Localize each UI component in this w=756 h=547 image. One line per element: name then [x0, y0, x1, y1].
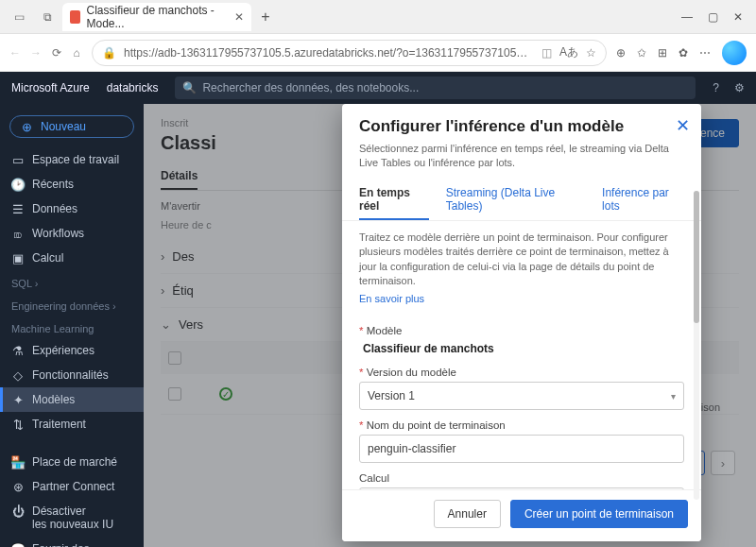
close-tab-icon[interactable]: ✕: [234, 10, 244, 24]
collections-icon[interactable]: ⧉: [34, 4, 60, 30]
favicon-icon: [70, 10, 80, 24]
window-close-icon[interactable]: ✕: [733, 10, 743, 24]
compute-icon: ▣: [11, 251, 25, 265]
modal-help-text: Traitez ce modèle derrière un point de t…: [359, 231, 684, 289]
translate-icon[interactable]: Aあ: [559, 44, 578, 60]
sidebar-item-recents[interactable]: 🕑Récents: [0, 172, 144, 197]
refresh-icon[interactable]: ⟳: [51, 43, 61, 62]
endpoint-field-label: Nom du point de terminaison: [359, 419, 684, 431]
home-icon[interactable]: ⌂: [71, 43, 81, 62]
browser-tab[interactable]: Classifieur de manchots - Mode... ✕: [62, 3, 251, 31]
sidebar: ⊕ Nouveau ▭Espace de travail 🕑Récents ☰D…: [0, 104, 144, 547]
section-label: SQL: [11, 278, 32, 289]
databricks-logo: databricks: [107, 81, 159, 94]
forward-icon: →: [30, 43, 42, 62]
scroll-thumb[interactable]: [694, 191, 699, 323]
sidebar-label: Partner Connect: [32, 480, 114, 493]
tab-title: Classifieur de manchots - Mode...: [86, 4, 225, 30]
address-bar[interactable]: 🔒 https://adb-1363117955737105.5.azureda…: [92, 40, 607, 66]
collections2-icon[interactable]: ⊞: [658, 46, 667, 60]
lock-icon: 🔒: [102, 46, 116, 60]
new-button[interactable]: ⊕ Nouveau: [9, 115, 134, 138]
sync-icon[interactable]: ⊕: [616, 46, 626, 60]
endpoint-name-input[interactable]: [359, 435, 684, 463]
features-icon: ◇: [11, 368, 25, 382]
modal-title: Configurer l'inférence d'un modèle: [359, 117, 684, 136]
content-area: Inscrit Classi Utiliser le modèle pour l…: [144, 104, 756, 547]
hub-favorites-icon[interactable]: ✩: [637, 46, 646, 60]
sidebar-item-models[interactable]: ✦Modèles: [0, 387, 144, 412]
compute-field-label: Calcul: [359, 472, 684, 484]
sidebar-label: Récents: [32, 178, 74, 191]
azure-logo: Microsoft Azure: [11, 81, 90, 94]
sidebar-item-data[interactable]: ☰Données: [0, 197, 144, 221]
new-label: Nouveau: [41, 120, 86, 133]
data-icon: ☰: [11, 202, 25, 215]
sidebar-item-compute[interactable]: ▣Calcul: [0, 246, 144, 270]
sidebar-label: Place de marché: [32, 455, 117, 469]
new-tab-button[interactable]: +: [253, 5, 278, 29]
bing-chat-icon[interactable]: [722, 41, 747, 65]
comment-icon: 💬: [11, 542, 25, 547]
modal-close-button[interactable]: ✕: [676, 115, 690, 136]
chevron-down-icon: ▾: [671, 391, 676, 402]
toggle-icon: ⏻: [11, 504, 25, 518]
sidebar-item-features[interactable]: ◇Fonctionnalités: [0, 363, 144, 387]
clock-icon: 🕑: [11, 178, 25, 191]
sidebar-item-feedback[interactable]: 💬Fournir des commentaires: [0, 537, 144, 547]
partner-icon: ⊛: [11, 480, 25, 493]
sidebar-item-serving[interactable]: ⇅Traitement: [0, 412, 144, 436]
modal-tab-batch[interactable]: Inférence par lots: [602, 180, 684, 220]
flask-icon: ⚗: [11, 344, 25, 357]
back-icon[interactable]: ←: [9, 43, 21, 62]
reader-icon[interactable]: ◫: [541, 46, 552, 60]
menu-icon[interactable]: ⋯: [699, 46, 711, 60]
sidebar-item-deactivate[interactable]: ⏻Désactiver les nouveaux IU: [0, 499, 144, 537]
help-icon[interactable]: ?: [713, 81, 719, 94]
window-maximize-icon[interactable]: ▢: [708, 10, 718, 24]
search-icon: 🔍: [182, 81, 197, 94]
sidebar-label: Traitement: [32, 418, 86, 431]
create-endpoint-button[interactable]: Créer un point de terminaison: [510, 500, 688, 528]
extensions-icon[interactable]: ✿: [679, 46, 688, 60]
sidebar-item-experiments[interactable]: ⚗Expériences: [0, 338, 144, 363]
version-select[interactable]: Version 1 ▾: [359, 382, 684, 410]
cancel-button[interactable]: Annuler: [434, 500, 501, 528]
sidebar-label: Données: [32, 202, 77, 215]
url-text: https://adb-1363117955737105.5.azuredata…: [124, 46, 534, 60]
sidebar-label: Calcul: [32, 251, 63, 265]
sidebar-label: Espace de travail: [32, 153, 119, 166]
sidebar-label: Expériences: [32, 344, 94, 357]
sidebar-label: Fonctionnalités: [32, 368, 109, 382]
modal-tab-streaming[interactable]: Streaming (Delta Live Tables): [446, 180, 585, 220]
model-field-label: Modèle: [359, 325, 684, 336]
workspace-icon: ▭: [11, 153, 25, 166]
plus-icon: ⊕: [20, 120, 33, 133]
store-icon: 🏪: [11, 455, 25, 469]
section-label: Engineering données: [11, 300, 110, 312]
sidebar-item-partner[interactable]: ⊛Partner Connect: [0, 474, 144, 499]
sidebar-section-eng[interactable]: Engineering données ›: [0, 293, 144, 316]
modal-scrollbar[interactable]: [694, 191, 699, 500]
sidebar-section-ml: Machine Learning: [0, 316, 144, 338]
sidebar-section-sql[interactable]: SQL ›: [0, 270, 144, 293]
sidebar-item-workspace[interactable]: ▭Espace de travail: [0, 147, 144, 172]
sidebar-label: Désactiver les nouveaux IU: [32, 504, 113, 531]
settings-icon[interactable]: ⚙: [734, 81, 745, 94]
modal-tab-realtime[interactable]: En temps réel: [359, 180, 429, 220]
learn-more-link[interactable]: En savoir plus: [359, 293, 424, 304]
serving-icon: ⇅: [11, 418, 25, 431]
configure-inference-modal: Configurer l'inférence d'un modèle ✕ Sél…: [342, 104, 701, 541]
version-field-label: Version du modèle: [359, 367, 684, 378]
window-minimize-icon[interactable]: —: [681, 10, 693, 24]
favorite-icon[interactable]: ☆: [586, 46, 596, 60]
workspaces-icon[interactable]: ▭: [6, 4, 32, 30]
sidebar-item-marketplace[interactable]: 🏪Place de marché: [0, 450, 144, 474]
sidebar-item-workflows[interactable]: ⎄Workflows: [0, 221, 144, 246]
sidebar-label: Modèles: [32, 393, 75, 406]
modal-subtitle: Sélectionnez parmi l'inférence en temps …: [342, 142, 701, 180]
global-search[interactable]: 🔍 Rechercher des données, des notebooks.…: [175, 77, 696, 99]
search-placeholder: Rechercher des données, des notebooks...: [202, 81, 419, 94]
version-select-value: Version 1: [368, 389, 415, 402]
models-icon: ✦: [11, 393, 25, 406]
